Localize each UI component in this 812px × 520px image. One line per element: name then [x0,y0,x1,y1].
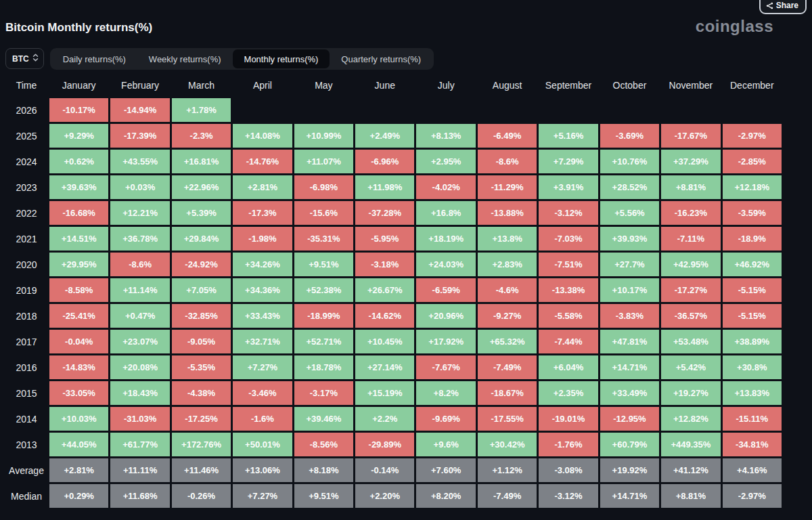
return-cell: +14.08% [233,124,292,148]
return-cell: -4.38% [172,381,231,405]
row-label: 2025 [5,124,47,148]
return-cell: +2.81% [49,458,108,482]
return-cell: -7.11% [661,227,720,251]
return-cell: +10.03% [49,407,108,431]
return-cell: -10.17% [49,98,108,122]
return-cell: -5.95% [355,227,414,251]
row-label: 2016 [5,355,47,379]
tab-monthly[interactable]: Monthly returns(%) [233,49,330,68]
row-label: 2019 [5,278,47,302]
return-cell: -24.92% [172,253,231,276]
return-cell: +2.2% [355,407,414,431]
return-cell: +449.35% [661,433,720,456]
return-cell: -4.6% [478,278,537,302]
return-cell: +52.38% [294,278,353,302]
tab-weekly[interactable]: Weekly returns(%) [137,49,233,68]
return-cell: -3.12% [539,484,597,508]
return-cell: +8.81% [661,175,720,199]
return-cell: +22.96% [172,175,231,199]
return-cell: -9.05% [172,330,231,353]
return-cell: +8.18% [294,458,353,482]
month-header: December [723,74,782,96]
time-column-header: Time [5,74,47,96]
month-header: November [661,74,720,96]
return-cell: +3.91% [539,175,597,199]
return-cell: +1.12% [478,458,537,482]
return-cell: +24.03% [416,253,475,276]
return-cell: +20.96% [416,304,475,328]
return-cell: +0.03% [110,175,169,199]
tab-daily[interactable]: Daily returns(%) [51,49,137,68]
empty-cell [539,98,597,122]
row-label: Average [5,458,47,482]
return-cell: +14.71% [600,355,659,379]
return-cell: +19.27% [661,381,720,405]
return-cell: -2.85% [723,150,782,173]
return-cell: -32.85% [172,304,231,328]
return-cell: +37.29% [661,150,720,173]
return-cell: -36.57% [661,304,720,328]
row-label: 2020 [5,253,47,276]
return-cell: -16.23% [661,201,720,225]
return-cell: -8.56% [294,433,353,456]
return-cell: +41.12% [661,458,720,482]
return-cell: -6.59% [416,278,475,302]
share-label: Share [776,1,798,10]
return-cell: +0.47% [110,304,169,328]
return-cell: -17.67% [661,124,720,148]
return-cell: +10.76% [600,150,659,173]
return-cell: -3.18% [355,253,414,276]
return-cell: -0.04% [49,330,108,353]
return-cell: +172.76% [172,433,231,456]
return-cell: -15.11% [723,407,782,431]
return-cell: +5.39% [172,201,231,225]
return-cell: +4.16% [723,458,782,482]
month-header: May [294,74,353,96]
return-cell: -5.15% [723,278,782,302]
return-cell: +32.71% [233,330,292,353]
return-cell: +34.26% [233,253,292,276]
return-cell: +27.14% [355,355,414,379]
return-cell: -1.76% [539,433,597,456]
row-label: 2017 [5,330,47,353]
share-button[interactable]: Share [759,0,807,14]
return-cell: -9.69% [416,407,475,431]
return-cell: -7.49% [478,484,537,508]
return-cell: +18.19% [416,227,475,251]
tab-quarterly[interactable]: Quarterly returns(%) [330,49,432,68]
return-cell: -11.29% [478,175,537,199]
return-cell: -13.38% [539,278,597,302]
empty-cell [355,98,414,122]
return-cell: +29.95% [49,253,108,276]
return-cell: +7.27% [233,484,292,508]
month-header: August [478,74,537,96]
row-label: 2026 [5,98,47,122]
return-cell: +14.51% [49,227,108,251]
row-label: 2015 [5,381,47,405]
return-cell: +8.2% [416,381,475,405]
symbol-select[interactable]: BTC [5,48,44,69]
return-cell: +65.32% [478,330,537,353]
return-cell: -35.31% [294,227,353,251]
row-label: Median [5,484,47,508]
empty-cell [294,98,353,122]
return-cell: +23.07% [110,330,169,353]
month-header: January [49,74,108,96]
return-cell: -18.67% [478,381,537,405]
return-cell: -8.6% [110,253,169,276]
return-cell: +47.81% [600,330,659,353]
return-cell: -8.58% [49,278,108,302]
return-cell: +2.81% [233,175,292,199]
return-cell: +11.46% [172,458,231,482]
chevron-updown-icon [32,53,39,64]
month-header: February [110,74,169,96]
empty-cell [478,98,537,122]
return-cell: +53.48% [661,330,720,353]
row-label: 2018 [5,304,47,328]
return-cell: -5.58% [539,304,597,328]
return-cell: +2.83% [478,253,537,276]
row-label: 2013 [5,433,47,456]
return-cell: -5.35% [172,355,231,379]
return-cell: -3.46% [233,381,292,405]
row-label: 2021 [5,227,47,251]
